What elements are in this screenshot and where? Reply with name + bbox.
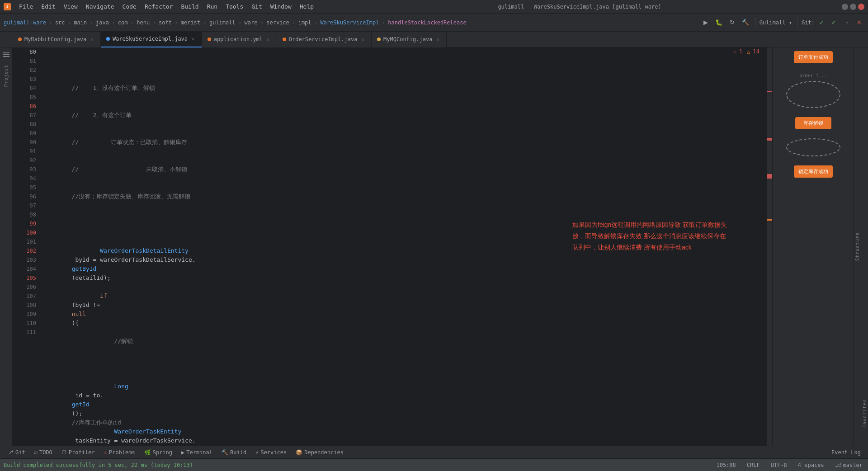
menu-refactor[interactable]: Refactor [141,2,177,11]
tab-orderserviceimpl[interactable]: OrderServiceImpl.java × [277,32,372,47]
line-num-108: 108 [22,301,36,310]
line-num-93: 93 [22,165,36,174]
profiler-icon: ⏱ [61,449,67,456]
line-num-105: 105 [22,273,36,283]
sync-btn[interactable]: ↻ [727,17,737,28]
line-num-97: 97 [22,201,36,210]
tab-close-wareskuserviceimpl[interactable]: × [190,36,196,42]
project-icon[interactable] [2,50,11,59]
tab-myrabbitconfig[interactable]: MyRabbitConfig.java × [13,32,101,47]
indent[interactable]: 4 spaces [796,461,826,469]
close-btn[interactable] [858,4,864,10]
breadcrumb-service[interactable]: service [266,19,289,26]
breadcrumb-method[interactable]: handleStockLockedRelease [388,19,466,26]
tab-close-mymqconfig[interactable]: × [435,36,441,43]
error-marker-2 [767,138,772,141]
breadcrumb-src[interactable]: src [55,19,65,26]
diagram-arrow-1: order f... [799,73,826,78]
breadcrumb-gulimall[interactable]: gulimall [209,19,236,26]
git-bottom-icon: ⎇ [7,449,14,456]
diagram-line-2 [813,110,813,115]
tab-applicationyml[interactable]: application.yml × [202,32,277,47]
line-num-99: 99 [22,219,36,228]
breadcrumb-merist[interactable]: merist [181,19,200,26]
menu-code[interactable]: Code [119,2,140,11]
spring-btn[interactable]: 🌿 Spring [141,448,176,457]
dependencies-btn[interactable]: 📦 Dependencies [292,448,347,457]
menu-help[interactable]: Help [296,2,317,11]
menu-edit[interactable]: Edit [38,2,59,11]
dependencies-label: Dependencies [304,449,344,456]
maximize-btn[interactable] [850,4,856,10]
line-num-91: 91 [22,147,36,156]
breadcrumb-class[interactable]: WareSkuServiceImpl [320,19,379,26]
menu-tools[interactable]: Tools [222,2,247,11]
git-branch[interactable]: ⎇ master [833,461,864,469]
diagram-box-lock: 锁定库存成功 [794,165,833,178]
menu-file[interactable]: File [15,2,37,11]
breadcrumb-henu[interactable]: henu [137,19,150,26]
build-bottom-btn[interactable]: 🔨 Build [218,448,250,457]
services-btn[interactable]: ⚡ Services [252,448,290,457]
minimize-btn[interactable] [842,4,848,10]
code-editor[interactable]: // 1、没有这个订单、解锁 // 2、有这个订单 // 订单状态：已取消、解锁… [40,47,767,446]
tab-label-wareskuserviceimpl: WareSkuServiceImpl.java [113,36,188,42]
error-icon: ⚠ [733,48,736,55]
cursor-position[interactable]: 105:88 [714,461,737,469]
menu-build[interactable]: Build [178,2,203,11]
event-log-btn[interactable]: Event Log [828,448,864,457]
breadcrumb-root[interactable]: gulimall-ware [4,19,46,26]
breadcrumb-java[interactable]: java [96,19,109,26]
tab-wareskuserviceimpl[interactable]: WareSkuServiceImpl.java × [101,32,202,47]
code-line-84: //没有；库存锁定失败、库存回滚、无需解锁 [43,192,767,201]
git-checkmark1[interactable]: ✓ [816,17,827,28]
line-num-107: 107 [22,292,36,301]
git-x[interactable]: ✕ [854,17,864,28]
line-num-95: 95 [22,183,36,192]
warning-icon: △ [747,48,750,55]
scroll-minimap[interactable] [767,47,772,446]
breadcrumb-soft[interactable]: soft [159,19,172,26]
breadcrumb-ware[interactable]: ware [245,19,258,26]
line-num-90: 90 [22,138,36,147]
toolbar-actions: ▶ 🐛 ↻ 🔨 Gulimall ▾ Git: ✓ ✓ → ✕ [701,17,864,28]
tab-close-applicationyml[interactable]: × [265,36,271,43]
diagram-line-3 [813,131,813,137]
line-num-88: 88 [22,120,36,129]
tab-label-mymqconfig: MyMQConfig.java [383,36,432,42]
run-btn[interactable]: ▶ [701,17,711,28]
profiler-label: Profiler [69,449,95,456]
tab-close-myrabbitconfig[interactable]: × [89,36,95,43]
todo-btn[interactable]: ☑ TODO [31,448,56,457]
tab-label-orderserviceimpl: OrderServiceImpl.java [289,36,358,42]
problems-btn[interactable]: ⚠ Problems [100,448,139,457]
tab-close-orderserviceimpl[interactable]: × [360,36,366,43]
debug-btn[interactable]: 🐛 [712,17,725,28]
diagram-line-1 [813,67,813,72]
line-num-86: 86 [22,102,36,111]
git-arrow[interactable]: → [841,17,852,28]
menu-window[interactable]: Window [267,2,295,11]
line-endings[interactable]: CRLF [745,461,762,469]
todo-icon: ☑ [34,449,38,456]
git-checkmark2[interactable]: ✓ [829,17,839,28]
menu-run[interactable]: Run [203,2,221,11]
tab-mymqconfig[interactable]: MyMQConfig.java × [372,32,447,47]
menu-navigate[interactable]: Navigate [82,2,118,11]
profiler-btn[interactable]: ⏱ Profiler [58,448,99,457]
encoding[interactable]: UTF-8 [769,461,789,469]
git-bottom-btn[interactable]: ⎇ Git [4,448,29,457]
terminal-btn[interactable]: ▶ Terminal [178,448,216,457]
code-line-82: // 订单状态：已取消、解锁库存 [43,138,767,147]
build-btn[interactable]: 🔨 [739,17,752,28]
line-num-87: 87 [22,111,36,120]
menu-git[interactable]: Git [248,2,265,11]
code-line-88: Long id = to. getId (); //库存工作单的id [43,373,767,382]
breadcrumb-impl[interactable]: impl [298,19,311,26]
problems-icon: ⚠ [104,449,107,456]
breadcrumb-com[interactable]: com [118,19,128,26]
menu-view[interactable]: View [60,2,81,11]
toolbar: gulimall-ware › src › main › java › com … [0,14,868,32]
breadcrumb-main[interactable]: main [74,19,87,26]
editor-main: 80 81 82 83 84 85 86 87 88 89 90 91 92 9… [13,47,772,446]
